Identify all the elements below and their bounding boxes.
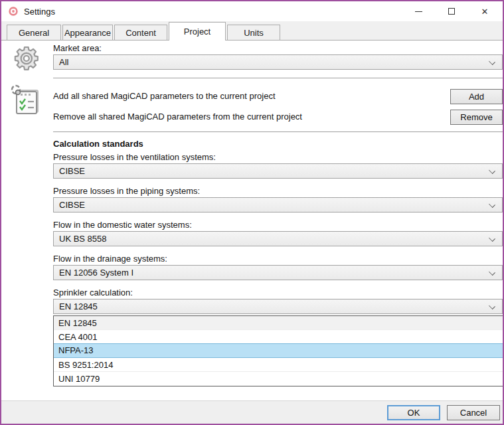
drainage-flow-label: Flow in the drainage systems: xyxy=(53,254,167,264)
close-button[interactable]: ✕ xyxy=(468,1,501,21)
cancel-button-label: Cancel xyxy=(460,408,487,418)
domestic-water-select[interactable]: UK BS 8558 xyxy=(53,231,503,246)
ok-button[interactable]: OK xyxy=(387,405,440,420)
ventilation-pressure-label: Pressure losses in the ventilation syste… xyxy=(53,152,216,162)
chevron-down-icon xyxy=(489,201,495,208)
domestic-water-value: UK BS 8558 xyxy=(59,234,107,244)
tab-general[interactable]: General xyxy=(7,25,61,40)
calculation-standards-heading: Calculation standards xyxy=(53,139,143,149)
ventilation-pressure-select[interactable]: CIBSE xyxy=(53,163,503,179)
magicad-logo-icon xyxy=(8,6,19,17)
add-button[interactable]: Add xyxy=(450,89,503,104)
option-en-12845[interactable]: EN 12845 xyxy=(54,316,503,330)
remove-button[interactable]: Remove xyxy=(450,110,503,125)
gear-icon xyxy=(9,42,41,74)
sprinkler-calculation-select[interactable]: EN 12845 xyxy=(53,299,503,314)
tab-units-label: Units xyxy=(244,28,264,38)
window-title: Settings xyxy=(24,7,55,17)
add-params-text: Add all shared MagiCAD parameters to the… xyxy=(53,91,276,101)
piping-pressure-select[interactable]: CIBSE xyxy=(53,197,503,212)
separator xyxy=(53,131,503,132)
option-uni-10779[interactable]: UNI 10779 xyxy=(54,372,503,386)
dialog-footer: OK Cancel xyxy=(1,400,503,424)
maximize-icon xyxy=(448,8,455,15)
chevron-down-icon xyxy=(489,167,495,174)
remove-button-label: Remove xyxy=(460,112,492,122)
chevron-down-icon xyxy=(489,58,495,65)
chevron-down-icon xyxy=(489,303,495,309)
sprinkler-options-dropdown: EN 12845 CEA 4001 NFPA-13 BS 9251:2014 U… xyxy=(53,315,503,386)
drainage-flow-value: EN 12056 System I xyxy=(59,268,133,278)
option-bs-9251-2014[interactable]: BS 9251:2014 xyxy=(54,358,503,372)
minimize-button[interactable] xyxy=(402,1,435,21)
tab-strip: General Appearance Content Project Units xyxy=(1,21,503,41)
chevron-down-icon xyxy=(489,269,495,276)
tab-content-label: Content xyxy=(126,28,156,38)
maximize-button[interactable] xyxy=(435,1,468,21)
tab-content[interactable]: Content xyxy=(114,25,167,40)
ventilation-pressure-value: CIBSE xyxy=(59,166,85,176)
ok-button-label: OK xyxy=(408,408,420,418)
tab-project-label: Project xyxy=(184,27,210,37)
remove-params-text: Remove all shared MagiCAD parameters fro… xyxy=(53,112,302,122)
option-cea-4001[interactable]: CEA 4001 xyxy=(54,330,503,344)
tab-units[interactable]: Units xyxy=(227,25,280,40)
window-controls: ✕ xyxy=(402,1,501,21)
tab-appearance[interactable]: Appearance xyxy=(62,25,113,40)
market-area-select[interactable]: All xyxy=(53,54,503,70)
sprinkler-calculation-label: Sprinkler calculation: xyxy=(53,288,133,298)
sprinkler-calculation-value: EN 12845 xyxy=(59,301,98,311)
tab-general-label: General xyxy=(19,28,49,38)
market-area-label: Market area: xyxy=(53,43,102,53)
piping-pressure-label: Pressure losses in the piping systems: xyxy=(53,186,200,196)
parameter-checklist-icon xyxy=(9,84,41,118)
settings-dialog: Settings ✕ General Appearance Content Pr… xyxy=(0,0,504,425)
tab-appearance-label: Appearance xyxy=(64,28,111,38)
option-nfpa-13[interactable]: NFPA-13 xyxy=(54,343,503,358)
close-icon: ✕ xyxy=(481,7,489,16)
drainage-flow-select[interactable]: EN 12056 System I xyxy=(53,265,503,280)
add-button-label: Add xyxy=(469,92,484,102)
minimize-icon xyxy=(415,11,422,12)
separator xyxy=(53,78,503,78)
titlebar: Settings ✕ xyxy=(1,1,503,21)
chevron-down-icon xyxy=(489,235,495,242)
tab-project[interactable]: Project xyxy=(169,22,226,41)
domestic-water-label: Flow in the domestic water systems: xyxy=(53,220,192,230)
piping-pressure-value: CIBSE xyxy=(59,200,85,210)
cancel-button[interactable]: Cancel xyxy=(447,405,500,420)
market-area-value: All xyxy=(59,57,68,67)
